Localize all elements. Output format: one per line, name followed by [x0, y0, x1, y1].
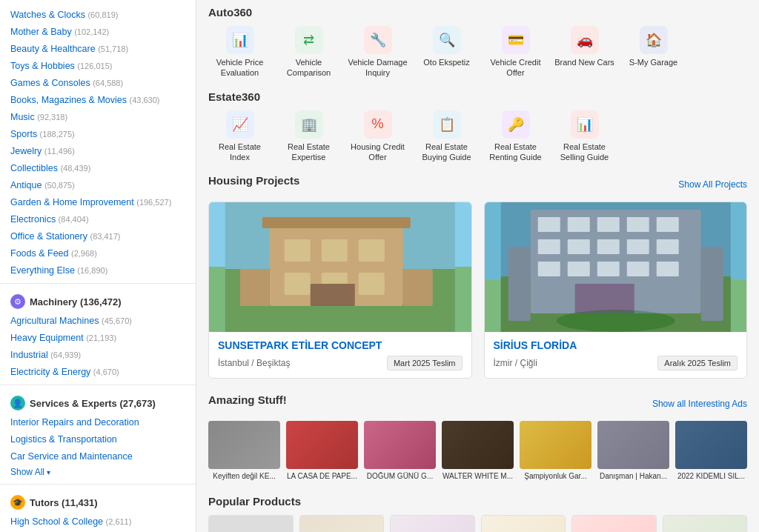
estate360-icon-item[interactable]: 🏢Real Estate Expertise	[277, 110, 340, 163]
auto360-icon-item[interactable]: 💳Vehicle Credit Offer	[484, 26, 547, 79]
project-card-1[interactable]: SUNSETPARK ETİLER CONCEPT İstanbul / Beş…	[208, 202, 472, 379]
sidebar-item: Toys & Hobbies (126,015)	[0, 57, 196, 74]
project-card-2[interactable]: SİRİUS FLORİDA İzmir / Çiğli Aralık 2025…	[484, 202, 748, 379]
svg-point-34	[556, 310, 675, 332]
sidebar-link[interactable]: Books, Magazines & Movies (43,630)	[10, 95, 159, 105]
machinery-sub-link[interactable]: Electricity & Energy (4,670)	[10, 367, 119, 377]
svg-rect-3	[285, 239, 311, 262]
sidebar-link[interactable]: Beauty & Healthcare (51,718)	[10, 44, 128, 54]
amazing-label: 2022 KİDEMLİ SİL...	[675, 472, 747, 480]
sidebar-link[interactable]: Watches & Clocks (60,819)	[10, 10, 118, 20]
tutors-link[interactable]: Tutors (11,431)	[30, 497, 98, 508]
auto360-icon-item[interactable]: 📊Vehicle Price Evaluation	[208, 26, 271, 79]
amazing-show-all[interactable]: Show all Interesting Ads	[652, 399, 747, 409]
project-image-2	[485, 202, 747, 332]
sidebar-link[interactable]: Everything Else (16,890)	[10, 265, 107, 276]
estate360-icon-item[interactable]: 📊Real Estate Selling Guide	[553, 110, 616, 163]
amazing-thumb	[208, 421, 280, 469]
sidebar-item: Electronics (84,404)	[0, 210, 196, 227]
sidebar-item: Collectibles (48,439)	[0, 159, 196, 176]
product-item[interactable]	[571, 515, 657, 532]
sidebar-item: Games & Consoles (64,588)	[0, 74, 196, 91]
amazing-grid: Keyiften değil KE...LA CASA DE PAPE...DO…	[208, 421, 747, 480]
sidebar-link[interactable]: Office & Stationery (83,417)	[10, 231, 120, 242]
projects-grid: SUNSETPARK ETİLER CONCEPT İstanbul / Beş…	[208, 202, 747, 379]
tutors-sub-link[interactable]: High School & College (2,611)	[10, 516, 131, 527]
sidebar-item: Jewelry (11,496)	[0, 142, 196, 159]
sidebar-link[interactable]: Foods & Feed (2,968)	[10, 248, 97, 259]
project-name-2: SİRİUS FLORİDA	[494, 339, 738, 351]
svg-rect-21	[537, 239, 560, 254]
sidebar-link[interactable]: Electronics (84,404)	[10, 214, 89, 225]
sidebar-item: Watches & Clocks (60,819)	[0, 6, 196, 23]
auto360-icon-item[interactable]: 🔧Vehicle Damage Inquiry	[346, 26, 409, 79]
product-item[interactable]	[481, 515, 566, 532]
estate360-icon-item[interactable]: %Housing Credit Offer	[346, 110, 409, 163]
sidebar-link[interactable]: Sports (188,275)	[10, 129, 75, 139]
estate360-icon-label: Housing Credit Offer	[346, 142, 409, 163]
sidebar-link[interactable]: Games & Consoles (64,588)	[10, 78, 123, 88]
product-item[interactable]	[299, 515, 385, 532]
services-show-all[interactable]: Show All ▾	[0, 465, 196, 479]
services-link[interactable]: Services & Experts (27,673)	[30, 398, 156, 409]
svg-rect-12	[403, 269, 433, 306]
estate360-icon-label: Real Estate Expertise	[277, 142, 340, 163]
amazing-item[interactable]: DOĞUM GÜNÜ G...	[364, 421, 436, 480]
sidebar-link[interactable]: Music (92,318)	[10, 112, 67, 122]
machinery-sub-link[interactable]: Heavy Equipment (21,193)	[10, 333, 116, 343]
amazing-item[interactable]: WALTER WHITE M...	[442, 421, 514, 480]
sidebar-item: Car Service and Maintenance	[0, 448, 196, 465]
svg-rect-6	[285, 273, 311, 295]
sidebar-link[interactable]: Antique (50,875)	[10, 180, 75, 190]
auto360-icon-item[interactable]: 🏠S-My Garage	[622, 26, 685, 79]
sidebar-link[interactable]: Mother & Baby (102,142)	[10, 27, 109, 37]
machinery-link[interactable]: Machinery (136,472)	[30, 296, 122, 307]
estate360-icon: 📈	[226, 110, 254, 139]
sidebar-item: Mother & Baby (102,142)	[0, 23, 196, 40]
product-item[interactable]	[390, 515, 475, 532]
machinery-sub-link[interactable]: Agricultural Machines (45,670)	[10, 316, 132, 326]
svg-rect-4	[322, 239, 348, 262]
amazing-item[interactable]: LA CASA DE PAPE...	[286, 421, 358, 480]
amazing-thumb	[286, 421, 358, 469]
amazing-item[interactable]: Şampiyonluk Gar...	[520, 421, 591, 480]
amazing-item[interactable]: 2022 KİDEMLİ SİL...	[675, 421, 747, 480]
sidebar-link[interactable]: Collectibles (48,439)	[10, 163, 90, 173]
housing-title: Housing Projects	[208, 174, 299, 187]
amazing-item[interactable]: Danışman | Hakan...	[597, 421, 669, 480]
product-item[interactable]	[208, 515, 294, 532]
services-sub-link[interactable]: Car Service and Maintenance	[10, 451, 133, 462]
sidebar-item: Antique (50,875)	[0, 176, 196, 193]
sidebar-section-machinery: ⚙ Machinery (136,472)	[0, 288, 196, 312]
product-item[interactable]	[663, 515, 748, 532]
machinery-icon: ⚙	[10, 294, 25, 309]
amazing-label: Danışman | Hakan...	[597, 472, 669, 480]
estate360-icon-item[interactable]: 📈Real Estate Index	[208, 110, 271, 163]
auto360-icon-label: Vehicle Damage Inquiry	[346, 57, 409, 79]
sidebar-item: Agricultural Machines (45,670)	[0, 312, 196, 329]
sidebar-link[interactable]: Garden & Home Improvement (196,527)	[10, 197, 171, 207]
services-sub-link[interactable]: Interior Repairs and Decoration	[10, 417, 139, 428]
auto360-icon-item[interactable]: 🚗Brand New Cars	[553, 26, 616, 79]
auto360-icon-item[interactable]: 🔍Oto Ekspetiz	[415, 26, 478, 79]
sidebar-item: Foods & Feed (2,968)	[0, 245, 196, 262]
svg-rect-24	[626, 239, 649, 254]
estate360-icon-item[interactable]: 🔑Real Estate Renting Guide	[484, 110, 547, 163]
housing-header: Housing Projects Show All Projects	[208, 174, 747, 194]
sidebar-link[interactable]: Jewelry (11,496)	[10, 146, 75, 156]
sidebar-item: Logistics & Transportation	[0, 430, 196, 448]
sidebar-link[interactable]: Toys & Hobbies (126,015)	[10, 61, 112, 71]
machinery-sub-link[interactable]: Industrial (64,939)	[10, 350, 81, 360]
svg-rect-20	[656, 217, 678, 232]
svg-rect-9	[311, 284, 355, 306]
estate360-icon-item[interactable]: 📋Real Estate Buying Guide	[415, 110, 478, 163]
services-sub-link[interactable]: Logistics & Transportation	[10, 434, 117, 445]
housing-show-all[interactable]: Show All Projects	[678, 179, 747, 190]
amazing-item[interactable]: Keyiften değil KE...	[208, 421, 280, 480]
estate360-icons: 📈Real Estate Index🏢Real Estate Expertise…	[208, 110, 747, 163]
sidebar-item: Sports (188,275)	[0, 125, 196, 142]
auto360-icon-item[interactable]: ⇄Vehicle Comparison	[277, 26, 340, 79]
sidebar-item: Beauty & Healthcare (51,718)	[0, 40, 196, 57]
auto360-icon-label: Vehicle Credit Offer	[484, 57, 547, 79]
auto360-icons: 📊Vehicle Price Evaluation⇄Vehicle Compar…	[208, 26, 747, 79]
